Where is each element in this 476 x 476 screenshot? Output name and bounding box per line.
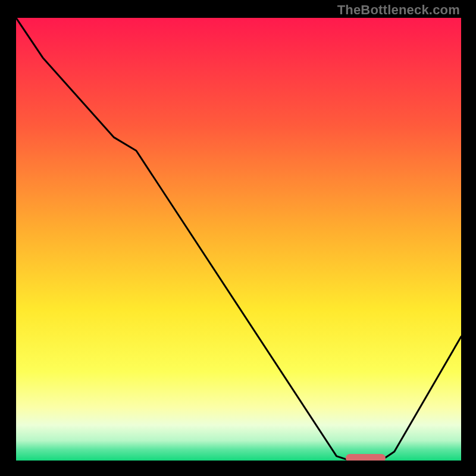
bottleneck-curve [16,18,461,461]
chart-frame: TheBottleneck.com [0,0,476,476]
optimal-marker [346,454,386,461]
plot-area [16,18,461,461]
watermark-text: TheBottleneck.com [337,2,460,18]
